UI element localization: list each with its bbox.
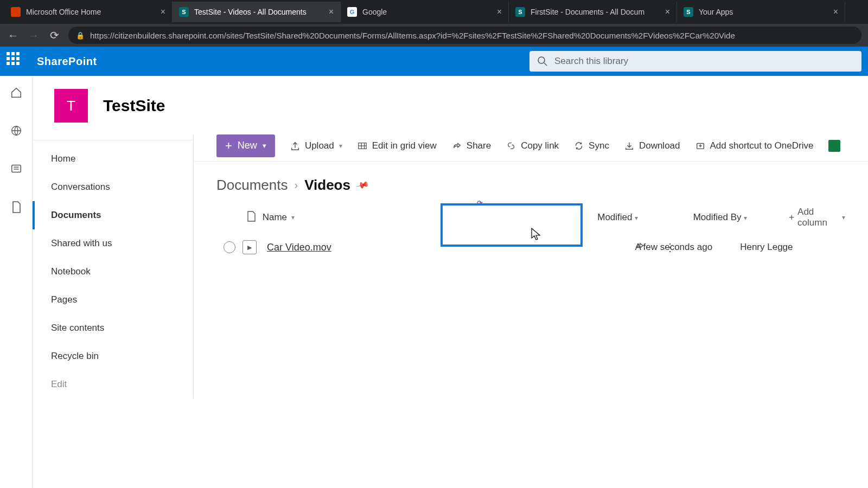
chevron-right-icon: ›: [295, 179, 298, 191]
svg-rect-3: [11, 165, 21, 172]
nav-pages[interactable]: Pages: [33, 286, 193, 314]
download-button[interactable]: Download: [624, 140, 680, 151]
video-file-icon: ▶: [242, 240, 257, 254]
file-row[interactable]: ▶ Car Video.mov A few seconds ago Henry …: [216, 232, 845, 263]
edit-grid-button[interactable]: Edit in grid view: [358, 140, 437, 151]
pin-icon[interactable]: 📌: [355, 178, 370, 192]
nav-site-contents[interactable]: Site contents: [33, 314, 193, 342]
share-icon: [452, 141, 462, 151]
tab-title: TestSite - Videos - All Documents: [194, 8, 324, 16]
nav-edit[interactable]: Edit: [33, 370, 193, 399]
modified-by-value[interactable]: Henry Legge: [740, 242, 845, 253]
nav-notebook[interactable]: Notebook: [33, 258, 193, 286]
address-bar[interactable]: 🔒 https://citizenbuilders.sharepoint.com…: [68, 27, 861, 44]
chevron-down-icon: ▾: [842, 214, 845, 221]
nav-recycle-bin[interactable]: Recycle bin: [33, 342, 193, 370]
browser-toolbar: ← → ⟳ 🔒 https://citizenbuilders.sharepoi…: [0, 24, 868, 47]
modified-column-header[interactable]: Modified ▾: [597, 212, 693, 223]
browser-tab[interactable]: S Your Apps ×: [677, 2, 845, 22]
share-button[interactable]: Share: [452, 140, 491, 151]
close-icon[interactable]: ×: [161, 7, 165, 17]
share-icon[interactable]: [634, 241, 645, 254]
search-placeholder: Search this library: [554, 56, 628, 67]
left-nav: Home Conversations Documents Shared with…: [33, 136, 194, 399]
google-icon: G: [347, 7, 357, 17]
lock-icon: 🔒: [76, 31, 85, 40]
suite-nav: SharePoint Search this library: [0, 47, 868, 76]
svg-line-1: [544, 63, 547, 66]
app-rail: [0, 76, 33, 488]
nav-shared[interactable]: Shared with us: [33, 229, 193, 258]
globe-icon[interactable]: [10, 125, 22, 140]
plus-icon: +: [225, 140, 232, 152]
news-icon[interactable]: [10, 163, 22, 178]
tab-title: Your Apps: [699, 8, 829, 16]
breadcrumb: Documents › Videos 📌: [194, 162, 868, 199]
shortcut-icon: [695, 141, 705, 151]
browser-tab[interactable]: G Google ×: [341, 2, 509, 22]
close-icon[interactable]: ×: [329, 7, 334, 17]
add-column-button[interactable]: + Add column ▾: [789, 207, 845, 228]
modified-by-column-header[interactable]: Modified By ▾: [693, 212, 789, 223]
excel-icon[interactable]: [828, 140, 840, 152]
sharepoint-icon: S: [515, 7, 525, 17]
files-icon[interactable]: [11, 201, 22, 217]
url-text: https://citizenbuilders.sharepoint.com/s…: [90, 31, 735, 40]
chevron-down-icon: ▾: [635, 214, 638, 222]
close-icon[interactable]: ×: [497, 7, 502, 17]
column-headers: Name ▾ Modified ▾ Modified By ▾ + Add co…: [216, 203, 845, 232]
browser-tab[interactable]: S FirstSite - Documents - All Docum ×: [509, 2, 677, 22]
link-icon: [506, 141, 516, 151]
chevron-down-icon: ▾: [339, 142, 342, 150]
chevron-down-icon: ▾: [263, 142, 266, 150]
breadcrumb-root[interactable]: Documents: [216, 177, 288, 194]
browser-tab[interactable]: S TestSite - Videos - All Documents ×: [173, 2, 341, 22]
download-icon: [624, 141, 634, 151]
close-icon[interactable]: ×: [665, 7, 670, 17]
add-shortcut-button[interactable]: Add shortcut to OneDrive: [695, 140, 814, 151]
plus-icon: +: [789, 212, 794, 223]
svg-point-0: [538, 57, 545, 63]
breadcrumb-current: Videos: [304, 177, 350, 194]
close-icon[interactable]: ×: [833, 7, 838, 17]
name-column-header[interactable]: Name ▾: [263, 212, 449, 223]
sharepoint-icon: S: [684, 7, 693, 17]
sync-icon: [574, 141, 584, 151]
back-button[interactable]: ←: [7, 29, 20, 42]
site-logo[interactable]: T: [54, 89, 88, 123]
copy-link-button[interactable]: Copy link: [506, 140, 559, 151]
select-checkbox[interactable]: [224, 241, 235, 253]
new-button[interactable]: + New ▾: [216, 134, 275, 157]
sync-button[interactable]: Sync: [574, 140, 609, 151]
home-icon[interactable]: [10, 87, 22, 102]
chevron-down-icon: ▾: [744, 214, 747, 222]
search-icon: [537, 56, 548, 67]
office-icon: [11, 7, 21, 17]
upload-button[interactable]: Upload ▾: [290, 140, 342, 151]
nav-documents[interactable]: Documents: [33, 201, 193, 229]
grid-icon: [358, 141, 367, 151]
main-content: + New ▾ Upload ▾ Edit in grid view Share…: [194, 76, 868, 488]
file-list: Name ▾ Modified ▾ Modified By ▾ + Add co…: [194, 199, 868, 267]
tab-title: FirstSite - Documents - All Docum: [531, 8, 661, 16]
more-actions-icon[interactable]: ⋮: [665, 241, 675, 254]
reload-button[interactable]: ⟳: [48, 29, 61, 42]
browser-tab[interactable]: Microsoft Office Home ×: [4, 2, 173, 22]
forward-button[interactable]: →: [27, 29, 40, 42]
new-indicator-icon: ⟳: [477, 199, 483, 207]
tab-title: Microsoft Office Home: [26, 8, 156, 16]
nav-conversations[interactable]: Conversations: [33, 173, 193, 201]
command-bar: + New ▾ Upload ▾ Edit in grid view Share…: [194, 130, 868, 162]
app-launcher-icon[interactable]: [7, 52, 25, 70]
sharepoint-icon: S: [179, 7, 189, 17]
tab-title: Google: [362, 8, 493, 16]
upload-icon: [290, 141, 300, 151]
file-name-link[interactable]: Car Video.mov: [267, 242, 331, 253]
file-type-column[interactable]: [240, 210, 263, 225]
site-title[interactable]: TestSite: [103, 97, 165, 115]
browser-tab-strip: Microsoft Office Home × S TestSite - Vid…: [0, 0, 868, 24]
nav-home[interactable]: Home: [33, 145, 193, 173]
sharepoint-brand[interactable]: SharePoint: [37, 55, 97, 68]
search-box[interactable]: Search this library: [529, 51, 861, 72]
chevron-down-icon: ▾: [291, 214, 295, 221]
